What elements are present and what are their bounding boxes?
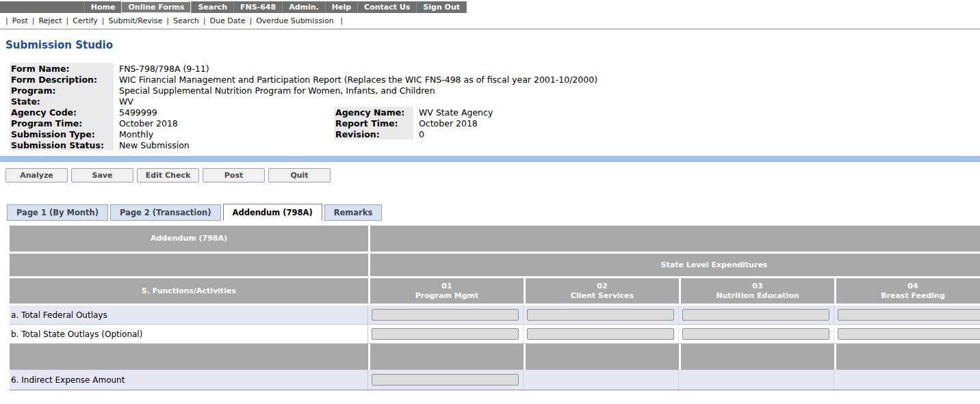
nav-admin[interactable]: Admin.	[282, 1, 325, 13]
input-federal-outlays-03[interactable]	[682, 309, 829, 321]
page-title: Submission Studio	[5, 39, 980, 51]
submission-type-value: Monthly	[114, 129, 334, 139]
tab-page-1-by-month[interactable]: Page 1 (By Month)	[7, 204, 108, 221]
addendum-header-left: Addendum (798A)	[10, 226, 368, 252]
functions-activities-header: 5. Functions/Activities	[10, 278, 368, 304]
toolbar-overdue-submission[interactable]: Overdue Submission	[245, 16, 333, 25]
edit-check-button[interactable]: Edit Check	[137, 168, 199, 183]
input-state-outlays-01[interactable]	[372, 328, 519, 340]
addendum-grid-viewport: Addendum (798A) Addendum (798A) State Le…	[0, 226, 980, 390]
detail-row-program: Program: Special Supplemental Nutrition …	[10, 85, 980, 96]
submission-type-label: Submission Type:	[10, 129, 114, 139]
agency-name-value: WV State Agency	[413, 107, 980, 118]
toolbar-search[interactable]: Search	[162, 16, 199, 25]
input-federal-outlays-02[interactable]	[527, 309, 674, 321]
revision-value: 0	[413, 129, 980, 139]
nav-home[interactable]: Home	[84, 1, 122, 13]
input-indirect-expense-01[interactable]	[372, 374, 519, 386]
toolbar-submit-revise[interactable]: Submit/Revise	[98, 16, 162, 25]
form-name-value: FNS-798/798A (9-11)	[114, 63, 980, 74]
column-code: 04	[907, 282, 918, 291]
row-label: b. Total State Outlays (Optional)	[10, 325, 368, 343]
detail-row-time: Program Time: October 2018 Report Time: …	[10, 118, 980, 129]
column-header-02: 02 Client Services	[526, 278, 679, 304]
spacer-cell	[836, 344, 980, 370]
detail-row-agency: Agency Code: 5499999 Agency Name: WV Sta…	[10, 107, 980, 118]
input-state-outlays-04[interactable]	[838, 328, 980, 340]
column-code: 03	[752, 282, 762, 291]
report-time-label: Report Time:	[334, 118, 413, 129]
grid-cell-b-03	[679, 325, 834, 343]
grid-cell-a-01	[368, 306, 524, 324]
program-time-label: Program Time:	[10, 118, 114, 129]
state-value: WV	[114, 96, 980, 107]
grid-spacer-row	[10, 344, 980, 370]
row-label: a. Total Federal Outlays	[10, 306, 368, 324]
save-button[interactable]: Save	[71, 168, 133, 183]
state-level-expenditures-header: State Level Expenditures	[370, 254, 980, 276]
post-button[interactable]: Post	[203, 168, 265, 183]
program-time-value: October 2018	[114, 118, 334, 129]
form-description-label: Form Description:	[10, 74, 114, 85]
addendum-grid: Addendum (798A) Addendum (798A) State Le…	[10, 226, 980, 390]
blue-separator-band	[0, 156, 980, 162]
spacer-cell	[681, 344, 834, 370]
table-row-indirect-expense: 6. Indirect Expense Amount	[10, 370, 980, 390]
column-name: Client Services	[571, 291, 634, 301]
spacer-cell	[10, 344, 368, 370]
grid-cell-a-03	[679, 306, 834, 324]
navbar-spacer	[0, 1, 84, 13]
toolbar-due-date[interactable]: Due Date	[199, 16, 246, 25]
form-details: Form Name: FNS-798/798A (9-11) Form Desc…	[10, 63, 980, 150]
agency-code-value: 5499999	[114, 107, 334, 118]
detail-row-form-description: Form Description: WIC Financial Manageme…	[10, 74, 980, 85]
column-header-04: 04 Breast Feeding	[836, 278, 980, 304]
column-header-01: 01 Program Mgmt	[370, 278, 524, 304]
grid-cell-a-02	[524, 306, 679, 324]
agency-code-label: Agency Code:	[10, 107, 114, 118]
nav-contact-us[interactable]: Contact Us	[357, 1, 416, 13]
nav-fns-648[interactable]: FNS-648	[233, 1, 282, 13]
table-row-total-federal-outlays: a. Total Federal Outlays	[10, 306, 980, 325]
state-label: State:	[10, 96, 114, 107]
toolbar-certify[interactable]: Certify	[62, 16, 98, 25]
column-header-03: 03 Nutrition Education	[681, 278, 834, 304]
submission-toolbar: PostRejectCertifySubmit/ReviseSearchDue …	[1, 16, 980, 25]
grid-header-row-2: State Level Expenditures	[10, 254, 980, 276]
program-label: Program:	[10, 85, 114, 96]
detail-row-form-name: Form Name: FNS-798/798A (9-11)	[10, 63, 980, 74]
table-row-total-state-outlays: b. Total State Outlays (Optional)	[10, 325, 980, 344]
tab-page-2-transaction[interactable]: Page 2 (Transaction)	[110, 204, 221, 221]
toolbar-reject[interactable]: Reject	[28, 16, 62, 25]
grid-header-row-1: Addendum (798A) Addendum (798A)	[10, 226, 980, 252]
grid-cell-a-04	[834, 306, 980, 324]
detail-row-type: Submission Type: Monthly Revision: 0	[10, 129, 980, 139]
quit-button[interactable]: Quit	[268, 168, 331, 183]
top-navbar: Home Online Forms Search FNS-648 Admin. …	[0, 1, 467, 13]
report-time-value: October 2018	[413, 118, 980, 129]
analyze-button[interactable]: Analyze	[5, 168, 68, 183]
spacer-cell	[526, 344, 679, 370]
form-name-label: Form Name:	[10, 63, 114, 74]
tab-remarks[interactable]: Remarks	[324, 204, 383, 221]
column-code: 02	[597, 282, 607, 291]
nav-help[interactable]: Help	[325, 1, 357, 13]
spacer-cell	[370, 344, 524, 370]
grid-cell-b-02	[524, 325, 679, 343]
nav-sign-out[interactable]: Sign Out	[416, 1, 467, 13]
input-state-outlays-02[interactable]	[527, 328, 674, 340]
tab-addendum-798a[interactable]: Addendum (798A)	[223, 204, 322, 221]
input-state-outlays-03[interactable]	[682, 328, 829, 340]
input-federal-outlays-01[interactable]	[372, 309, 519, 321]
toolbar-post[interactable]: Post	[1, 16, 28, 25]
nav-online-forms[interactable]: Online Forms	[121, 1, 191, 13]
form-description-value: WIC Financial Management and Participati…	[114, 74, 980, 85]
toolbar-divider	[0, 29, 980, 29]
input-federal-outlays-04[interactable]	[838, 309, 980, 321]
nav-search[interactable]: Search	[191, 1, 233, 13]
action-button-row: Analyze Save Edit Check Post Quit	[5, 168, 980, 183]
detail-row-state: State: WV	[10, 96, 980, 107]
grid-cell-6-01	[368, 370, 524, 390]
column-code: 01	[441, 282, 452, 291]
grid-header-row-3: 5. Functions/Activities 01 Program Mgmt …	[10, 278, 980, 304]
